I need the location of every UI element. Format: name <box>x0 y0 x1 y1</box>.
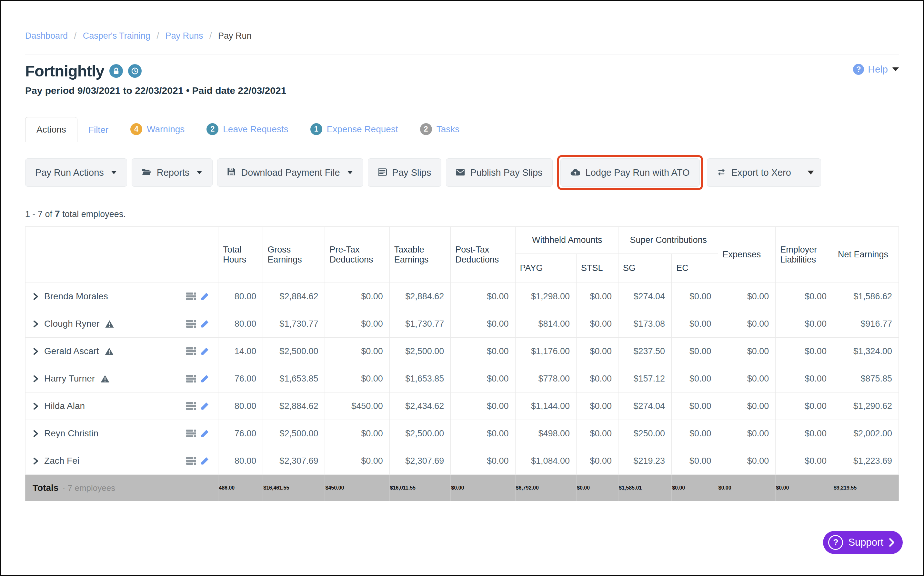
employee-name[interactable]: Gerald Ascart <box>44 346 99 356</box>
cell-stsl: $0.00 <box>576 283 618 310</box>
employee-name[interactable]: Clough Ryner <box>44 318 99 329</box>
chevron-right-icon[interactable] <box>33 457 39 465</box>
totals-cell-employer-liabilities: $0.00 <box>776 475 833 501</box>
employee-name[interactable]: Zach Fei <box>44 456 79 466</box>
employee-count-summary: 1 - 7 of 7 total employees. <box>25 209 899 219</box>
chevron-right-icon[interactable] <box>33 402 39 410</box>
cell-total-hours: 80.00 <box>218 283 263 310</box>
header-net-earnings: Net Earnings <box>833 227 898 283</box>
cell-gross-earnings: $2,500.00 <box>263 338 325 365</box>
chevron-down-icon <box>892 67 899 71</box>
chevron-right-icon[interactable] <box>33 347 39 355</box>
support-button[interactable]: ? Support <box>823 531 903 554</box>
employee-name-cell[interactable]: Harry Turner <box>26 365 218 392</box>
tab-actions[interactable]: Actions <box>25 117 77 142</box>
export-to-xero-dropdown-toggle[interactable] <box>801 158 821 187</box>
employee-name-cell[interactable]: Gerald Ascart <box>26 338 218 365</box>
tab-tasks[interactable]: 2 Tasks <box>409 116 471 142</box>
edit-icon[interactable] <box>200 457 209 466</box>
cell-gross-earnings: $2,884.62 <box>263 283 325 310</box>
cell-payg: $1,176.00 <box>515 338 576 365</box>
cell-stsl: $0.00 <box>576 420 618 447</box>
pay-details-icon[interactable] <box>186 320 196 328</box>
help-menu[interactable]: ? Help <box>853 64 899 75</box>
totals-cell-sg: $1,585.01 <box>618 475 672 501</box>
lock-icon <box>109 64 123 78</box>
edit-icon[interactable] <box>200 320 209 328</box>
employee-table-body: Brenda Morales80.00$2,884.62$0.00$2,884.… <box>26 283 899 475</box>
breadcrumb-dashboard[interactable]: Dashboard <box>25 31 68 41</box>
button-label: Publish Pay Slips <box>471 167 543 178</box>
pay-details-icon[interactable] <box>186 374 196 383</box>
chevron-right-icon[interactable] <box>33 430 39 438</box>
chevron-right-icon[interactable] <box>33 293 39 301</box>
edit-icon[interactable] <box>200 347 209 356</box>
breadcrumb-separator: / <box>157 31 159 41</box>
edit-icon[interactable] <box>200 292 209 301</box>
cell-sg: $274.04 <box>618 283 672 310</box>
cell-expenses: $0.00 <box>718 420 776 447</box>
header-ec: EC <box>672 254 718 283</box>
lodge-pay-run-with-ato-button[interactable]: Lodge Pay Run with ATO <box>560 158 700 187</box>
envelope-icon <box>456 167 465 178</box>
header-employer-liabilities: Employer Liabilities <box>776 227 833 283</box>
publish-pay-slips-button[interactable]: Publish Pay Slips <box>446 158 552 187</box>
pay-run-actions-button[interactable]: Pay Run Actions <box>25 158 127 187</box>
pay-details-icon[interactable] <box>186 347 196 355</box>
cell-employer-liabilities: $0.00 <box>776 392 833 420</box>
tab-warnings[interactable]: 4 Warnings <box>119 116 195 142</box>
support-label: Support <box>848 537 883 548</box>
reports-button[interactable]: Reports <box>131 158 213 187</box>
cell-net-earnings: $1,223.69 <box>833 447 898 475</box>
export-to-xero-split-button: Export to Xero <box>707 158 821 187</box>
cell-total-hours: 76.00 <box>218 365 263 392</box>
tab-filter[interactable]: Filter <box>77 118 119 142</box>
employee-name[interactable]: Harry Turner <box>44 373 95 384</box>
employee-name-cell[interactable]: Reyn Christin <box>26 420 218 447</box>
transfer-icon <box>717 167 726 178</box>
cell-gross-earnings: $2,307.69 <box>263 447 325 475</box>
edit-icon[interactable] <box>200 429 209 438</box>
cell-expenses: $0.00 <box>718 338 776 365</box>
pay-slips-button[interactable]: Pay Slips <box>368 158 441 187</box>
totals-cell-stsl: $0.00 <box>576 475 618 501</box>
cell-ec: $0.00 <box>672 365 718 392</box>
cell-stsl: $0.00 <box>576 447 618 475</box>
clock-icon <box>128 64 142 78</box>
pay-details-icon[interactable] <box>186 429 196 438</box>
edit-icon[interactable] <box>200 374 209 383</box>
tab-leave-requests[interactable]: 2 Leave Requests <box>195 116 299 142</box>
employee-name-cell[interactable]: Clough Ryner <box>26 310 218 338</box>
employee-name[interactable]: Reyn Christin <box>44 428 98 438</box>
employee-name[interactable]: Hilda Alan <box>44 401 85 411</box>
header-super-contributions-group: Super Contributions <box>618 227 718 254</box>
tab-expense-request[interactable]: 1 Expense Request <box>299 116 409 142</box>
pay-details-icon[interactable] <box>186 402 196 410</box>
pay-details-icon[interactable] <box>186 292 196 301</box>
support-question-icon: ? <box>828 535 843 550</box>
export-to-xero-button[interactable]: Export to Xero <box>707 158 801 187</box>
cell-net-earnings: $1,324.00 <box>833 338 898 365</box>
button-label: Download Payment File <box>241 167 340 178</box>
breadcrumb-business[interactable]: Casper's Training <box>83 31 151 41</box>
header-pre-tax-deductions: Pre-Tax Deductions <box>325 227 389 283</box>
employee-name-cell[interactable]: Zach Fei <box>26 447 218 475</box>
employee-name-cell[interactable]: Brenda Morales <box>26 283 218 310</box>
cell-taxable-earnings: $2,500.00 <box>389 338 450 365</box>
tab-label: Warnings <box>147 124 184 134</box>
chevron-right-icon[interactable] <box>33 320 39 328</box>
cell-stsl: $0.00 <box>576 392 618 420</box>
totals-cell-ec: $0.00 <box>672 475 718 501</box>
download-payment-file-button[interactable]: Download Payment File <box>217 158 363 187</box>
pay-details-icon[interactable] <box>186 457 196 465</box>
lodge-highlight-ring: Lodge Pay Run with ATO <box>557 155 703 190</box>
employee-name[interactable]: Brenda Morales <box>44 291 108 302</box>
header-withheld-amounts-group: Withheld Amounts <box>515 227 618 254</box>
cell-total-hours: 76.00 <box>218 420 263 447</box>
cell-gross-earnings: $2,500.00 <box>263 420 325 447</box>
cell-employer-liabilities: $0.00 <box>776 420 833 447</box>
breadcrumb-pay-runs[interactable]: Pay Runs <box>165 31 203 41</box>
edit-icon[interactable] <box>200 402 209 411</box>
chevron-right-icon[interactable] <box>33 375 39 383</box>
employee-name-cell[interactable]: Hilda Alan <box>26 392 218 420</box>
